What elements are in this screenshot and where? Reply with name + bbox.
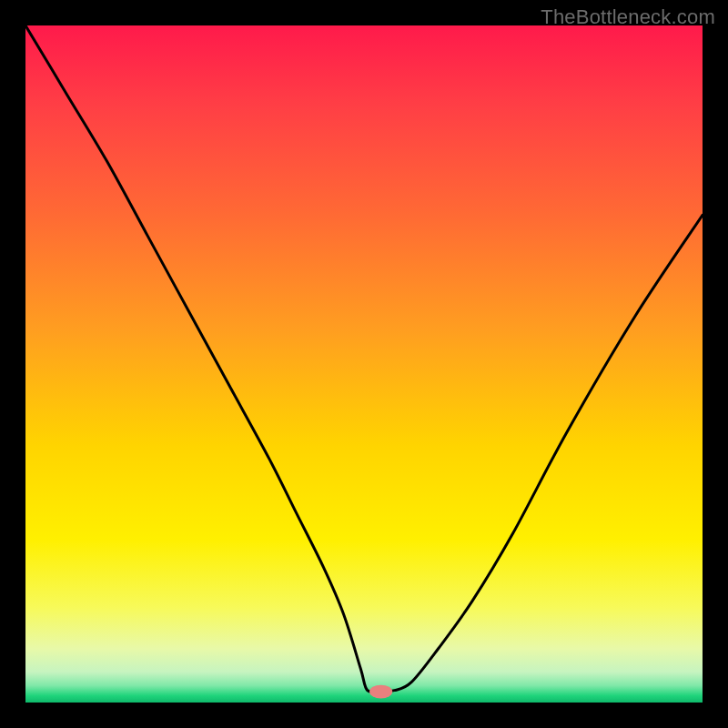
bottleneck-chart [25, 25, 703, 703]
optimal-point-marker [369, 685, 392, 699]
gradient-background [25, 25, 703, 703]
plot-area [25, 25, 703, 703]
chart-frame: TheBottleneck.com [0, 0, 728, 728]
